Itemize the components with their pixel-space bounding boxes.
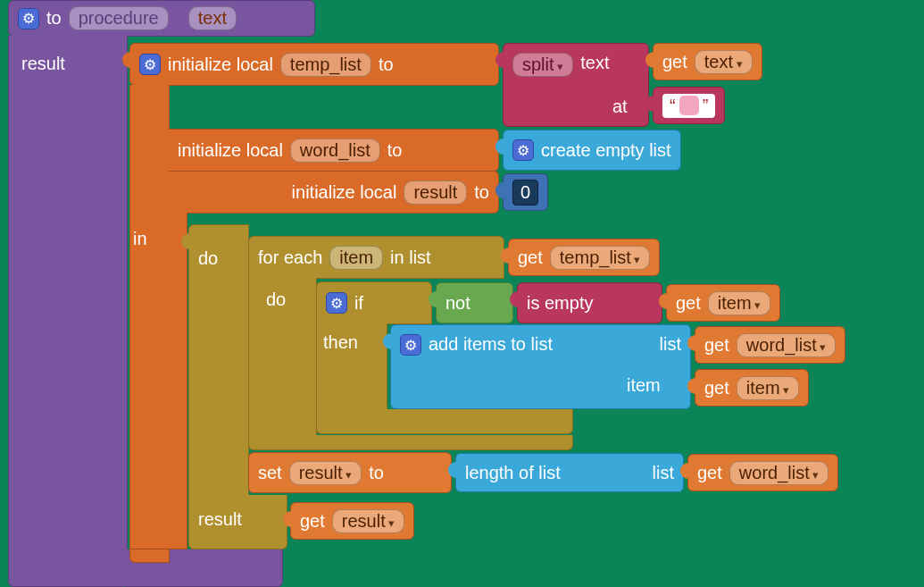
label-set: set (258, 463, 282, 483)
label-list-slot: list (660, 334, 681, 355)
create-empty-list-block[interactable]: create empty list (503, 130, 681, 171)
var-word-list-dropdown[interactable]: word_list (737, 333, 837, 357)
label-get: get (518, 247, 543, 268)
string-value: “” (662, 94, 715, 118)
procedure-param-field[interactable]: text (188, 6, 237, 30)
label-result: result (21, 54, 65, 74)
label-not: not (445, 293, 470, 314)
add-items-block[interactable]: add items to list list (390, 324, 691, 409)
label-in-list: in list (390, 247, 431, 268)
var-result-dropdown[interactable]: result (289, 461, 362, 485)
get-word-list-block[interactable]: get word_list (695, 326, 845, 364)
label-result-kw: result (198, 509, 242, 530)
label-initialize-local: initialize local (178, 140, 283, 161)
var-item-dropdown-2[interactable]: item (737, 376, 799, 400)
length-of-list-block[interactable]: length of list list (455, 453, 684, 492)
label-if: if (354, 293, 363, 314)
label-list-slot: list (653, 463, 674, 483)
split-mode-dropdown[interactable]: split (512, 53, 573, 77)
label-create-empty-list: create empty list (541, 140, 671, 161)
label-get: get (662, 52, 687, 72)
label-length: length of list (465, 463, 561, 483)
label-get: get (697, 463, 722, 483)
label-in: in (133, 229, 147, 249)
procedure-header[interactable]: to procedure text (8, 0, 315, 37)
label-get: get (300, 511, 325, 532)
var-result-field[interactable]: result (404, 180, 467, 205)
label-split-text: text (580, 53, 609, 73)
gear-icon[interactable] (18, 8, 39, 29)
label-is-empty: is empty (527, 293, 593, 314)
if-block[interactable]: if (316, 281, 432, 324)
get-word-list-block-2[interactable]: get word_list (687, 454, 838, 491)
label-get: get (676, 293, 701, 314)
label-to: to (474, 182, 489, 203)
var-temp-list-dropdown[interactable]: temp_list (550, 246, 651, 270)
gear-icon[interactable] (326, 292, 347, 314)
number-input[interactable]: 0 (512, 180, 538, 205)
label-at: at (612, 96, 628, 117)
var-word-list-field[interactable]: word_list (290, 138, 380, 163)
label-item-slot: item (627, 375, 661, 396)
in-column (129, 213, 187, 549)
foreach-bottom (248, 435, 573, 450)
label-do-inner: do (266, 289, 286, 310)
get-item-block-2[interactable]: get item (695, 369, 809, 407)
is-empty-block[interactable]: is empty (517, 282, 662, 323)
label-to: to (387, 140, 403, 161)
get-item-block[interactable]: get item (666, 284, 780, 322)
number-literal-block[interactable]: 0 (503, 173, 548, 211)
foreach-block[interactable]: for each item in list (248, 236, 504, 279)
label-to: to (379, 55, 394, 75)
string-input[interactable] (679, 96, 699, 115)
set-result-block[interactable]: set result to (248, 452, 452, 493)
get-text-block[interactable]: get text (653, 43, 762, 80)
var-temp-list-field[interactable]: temp_list (280, 53, 371, 77)
var-item-dropdown[interactable]: item (708, 291, 770, 315)
label-to: to (46, 8, 62, 29)
init-temp-list-block[interactable]: initialize local temp_list to (129, 43, 499, 86)
procedure-name-field[interactable]: procedure (69, 6, 169, 30)
label-to: to (369, 463, 384, 483)
get-result-block[interactable]: get result (290, 502, 414, 540)
procedure-body-left (8, 36, 128, 587)
init-word-list-block[interactable]: initialize local word_list to (169, 129, 499, 172)
label-initialize-local: initialize local (168, 55, 273, 75)
label-initialize-local: initialize local (292, 182, 397, 203)
var-item-field[interactable]: item (329, 246, 383, 270)
label-then: then (323, 332, 358, 353)
init-result-block[interactable]: initialize local result to (169, 171, 499, 214)
string-literal-block[interactable]: “” (653, 87, 725, 124)
var-text-dropdown[interactable]: text (695, 50, 753, 74)
label-do: do (198, 248, 218, 269)
label-for-each: for each (258, 247, 322, 268)
var-word-list-dropdown-2[interactable]: word_list (729, 461, 829, 485)
label-add-items: add items to list (429, 334, 553, 355)
get-temp-list-block[interactable]: get temp_list (508, 239, 660, 276)
if-bottom (316, 409, 573, 434)
gear-icon[interactable] (512, 139, 534, 161)
var-result-dropdown-2[interactable]: result (332, 509, 405, 533)
gear-icon[interactable] (400, 334, 421, 356)
gear-icon[interactable] (139, 54, 161, 75)
not-block[interactable]: not (436, 282, 513, 323)
label-get: get (704, 335, 729, 356)
label-get: get (704, 378, 729, 398)
